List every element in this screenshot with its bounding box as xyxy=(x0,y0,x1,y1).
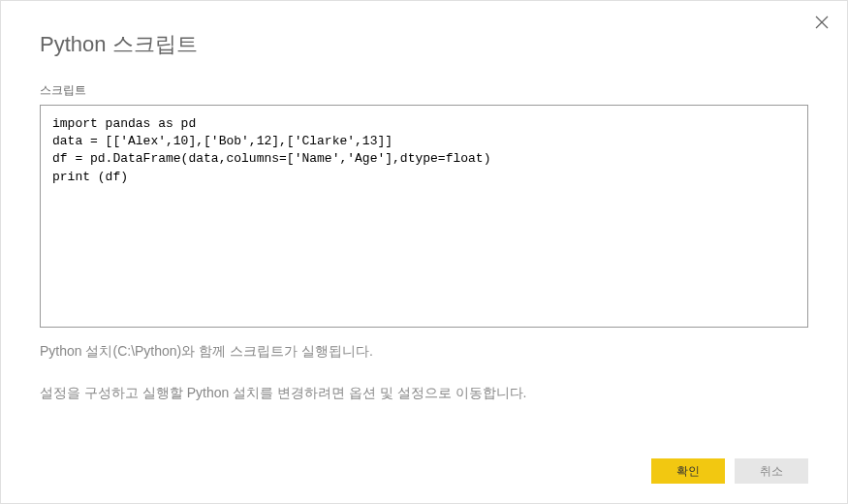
close-button[interactable] xyxy=(812,13,832,32)
install-path-info: Python 설치(C:\Python)와 함께 스크립트가 실행됩니다. xyxy=(40,341,808,362)
settings-info: 설정을 구성하고 실행할 Python 설치를 변경하려면 옵션 및 설정으로 … xyxy=(40,383,808,403)
cancel-button[interactable]: 취소 xyxy=(735,458,808,484)
ok-button[interactable]: 확인 xyxy=(651,458,725,484)
script-label: 스크립트 xyxy=(40,82,808,99)
python-script-dialog: Python 스크립트 스크립트 Python 설치(C:\Python)와 함… xyxy=(1,1,847,503)
close-icon xyxy=(815,16,829,29)
button-row: 확인 취소 xyxy=(40,439,808,484)
script-input[interactable] xyxy=(40,105,808,328)
dialog-title: Python 스크립트 xyxy=(40,30,808,59)
